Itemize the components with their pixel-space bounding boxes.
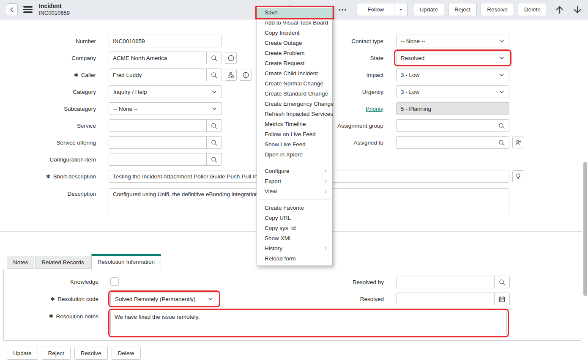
search-icon: [211, 156, 218, 163]
chevron-down-icon: [211, 106, 217, 112]
context-menu-item[interactable]: Metrics Timeline: [257, 119, 332, 129]
resolved-by-lookup-button[interactable]: [494, 276, 509, 288]
category-select[interactable]: Inquiry / Help: [109, 85, 222, 98]
calendar-icon: [498, 296, 506, 303]
incident-form-page: Incident INC0010659 Follow: [0, 0, 588, 364]
assignment-group-lookup-button[interactable]: [494, 120, 509, 131]
context-menu-item[interactable]: History: [257, 244, 332, 254]
form-context-menu-icon[interactable]: [23, 6, 33, 13]
assignment-group-input[interactable]: [397, 120, 494, 131]
resolution-notes-textarea[interactable]: We have fixed the issue remotely.: [110, 311, 507, 335]
context-menu-item[interactable]: Create Child Incident: [257, 68, 332, 79]
assigned-to-input[interactable]: [397, 137, 494, 148]
record-number-label: INC0010659: [39, 10, 70, 16]
description-label: Description: [67, 191, 96, 197]
context-menu-item[interactable]: Follow on Live Feed: [257, 129, 332, 140]
context-menu-item[interactable]: Reload form: [257, 254, 332, 264]
header-action-button[interactable]: Reject: [448, 3, 477, 16]
context-menu-item[interactable]: Copy URL: [257, 213, 332, 223]
context-menu-item[interactable]: Refresh Impacted Services: [257, 109, 332, 119]
service-offering-lookup-button[interactable]: [206, 137, 222, 148]
chevron-down-icon: [499, 55, 505, 61]
caller-preview-button[interactable]: [240, 69, 252, 81]
context-menu-item[interactable]: Open in Xplore: [257, 150, 332, 160]
resolution-code-select[interactable]: Solved Remotely (Permanently): [110, 293, 218, 305]
previous-record-icon[interactable]: [554, 4, 565, 15]
follow-dropdown-button[interactable]: [394, 3, 407, 16]
urgency-select[interactable]: 3 - Low: [396, 85, 509, 98]
priority-link[interactable]: Priority: [366, 106, 383, 112]
header-action-button[interactable]: Delete: [518, 3, 547, 16]
context-menu-item: [258, 163, 331, 163]
service-lookup-button[interactable]: [206, 120, 222, 131]
context-menu-item[interactable]: Copy Incident: [257, 28, 332, 38]
caller-lookup-button[interactable]: [206, 69, 222, 81]
search-icon: [211, 71, 218, 79]
footer-action-button[interactable]: Reject: [42, 347, 71, 360]
footer-button-row: UpdateRejectResolveDelete: [7, 347, 141, 360]
caller-input[interactable]: [109, 69, 206, 81]
footer-action-button[interactable]: Update: [7, 347, 38, 360]
vertical-scrollbar-thumb[interactable]: [583, 162, 587, 296]
footer-action-button[interactable]: Delete: [112, 347, 141, 360]
assigned-to-lookup-button[interactable]: [494, 137, 509, 148]
context-menu-item[interactable]: Create Standard Change: [257, 89, 332, 99]
company-preview-button[interactable]: [225, 52, 237, 64]
context-menu: Save Add to Visual Task Board Copy Incid…: [257, 6, 333, 266]
context-menu-item[interactable]: Show Live Feed: [257, 140, 332, 150]
header-action-button[interactable]: Resolve: [481, 3, 514, 16]
number-input[interactable]: [109, 35, 222, 47]
impact-select[interactable]: 3 - Low: [396, 68, 509, 81]
tab[interactable]: Resolution Information: [91, 254, 161, 269]
next-record-icon[interactable]: [572, 4, 583, 15]
more-options-icon[interactable]: [337, 4, 348, 15]
service-input[interactable]: [109, 120, 206, 131]
header-button-row: UpdateRejectResolveDelete: [413, 3, 547, 16]
context-menu-item[interactable]: Create Outage: [257, 38, 332, 48]
follow-button[interactable]: Follow: [357, 3, 394, 16]
context-menu-item[interactable]: Create Request: [257, 58, 332, 68]
context-menu-item[interactable]: Add to Visual Task Board: [257, 18, 332, 28]
chevron-down-icon: [499, 72, 505, 78]
resolved-by-input[interactable]: [397, 276, 494, 288]
chevron-left-icon: [8, 6, 15, 13]
header-action-button[interactable]: Update: [413, 3, 444, 16]
chevron-down-icon: [211, 89, 217, 95]
configuration-item-input[interactable]: [109, 153, 206, 165]
configuration-item-field: [109, 153, 222, 166]
suggest-knowledge-button[interactable]: [512, 170, 524, 182]
company-lookup-button[interactable]: [206, 52, 222, 64]
context-menu-item[interactable]: Export: [257, 176, 332, 186]
company-input[interactable]: [109, 52, 206, 64]
resolved-calendar-button[interactable]: [494, 293, 509, 305]
context-menu-item[interactable]: Copy sys_id: [257, 223, 332, 233]
priority-readonly-field: 5 - Planning: [396, 102, 509, 115]
context-menu-item[interactable]: Save: [257, 8, 332, 18]
tab[interactable]: Notes: [7, 256, 34, 269]
configuration-item-lookup-button[interactable]: [206, 153, 222, 165]
context-menu-item[interactable]: Show XML: [257, 233, 332, 244]
context-menu-item[interactable]: Configure: [257, 166, 332, 176]
service-offering-input[interactable]: [109, 137, 206, 148]
assign-to-me-button[interactable]: [512, 137, 524, 148]
context-menu-item[interactable]: Create Problem: [257, 48, 332, 58]
search-icon: [498, 279, 506, 286]
subcategory-select[interactable]: -- None --: [109, 102, 222, 115]
knowledge-checkbox[interactable]: [110, 277, 119, 286]
back-button[interactable]: [6, 3, 18, 16]
context-menu-item[interactable]: Create Normal Change: [257, 79, 332, 89]
short-description-label: Short description: [53, 173, 96, 180]
resolution-information-section: Knowledge ✱Resolution code Solved Remote…: [3, 269, 581, 341]
resolved-input[interactable]: [397, 293, 494, 305]
contact-type-select[interactable]: -- None --: [396, 35, 509, 47]
tab[interactable]: Related Records: [35, 256, 90, 269]
record-title: Incident INC0010659: [39, 3, 70, 17]
context-menu-item[interactable]: Create Emergency Change: [257, 99, 332, 109]
footer-action-button[interactable]: Resolve: [74, 347, 108, 360]
context-menu-item[interactable]: View: [257, 186, 332, 197]
context-menu-item[interactable]: Create Favorite: [257, 203, 332, 213]
caller-hierarchy-button[interactable]: [225, 69, 237, 81]
field-row-resolved: Resolved: [288, 293, 510, 305]
chevron-down-icon: [499, 89, 505, 95]
state-select[interactable]: Resolved: [396, 52, 509, 64]
